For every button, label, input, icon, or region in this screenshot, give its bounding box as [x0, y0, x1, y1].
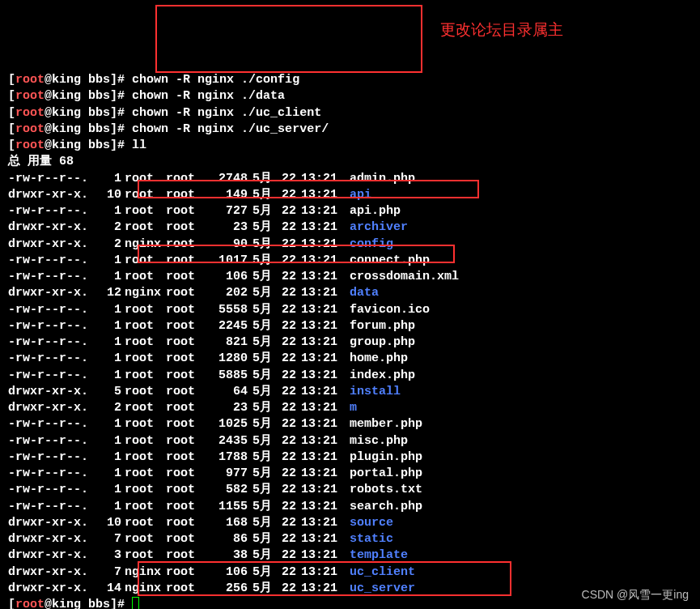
file-links: 1 [97, 482, 121, 498]
file-links: 10 [97, 187, 121, 203]
file-owner: root [121, 449, 166, 466]
file-month: 5月 [248, 499, 275, 515]
file-name: data [346, 285, 379, 301]
command-line: [root@king bbs]# chown -R nginx ./config [8, 72, 692, 88]
file-links: 1 [97, 334, 121, 351]
file-row: -rw-r--r--.1rootroot58855月2213:21index.p… [8, 368, 692, 384]
file-day: 22 [275, 433, 301, 449]
file-links: 1 [97, 449, 121, 466]
file-perm: -rw-r--r--. [8, 466, 97, 482]
file-group: root [166, 531, 210, 547]
file-month: 5月 [248, 384, 275, 400]
file-size: 5558 [210, 302, 248, 318]
file-owner: root [121, 515, 166, 531]
file-month: 5月 [248, 318, 275, 334]
file-size: 1788 [210, 449, 248, 466]
file-group: root [166, 515, 210, 531]
file-month: 5月 [248, 368, 275, 384]
file-size: 86 [210, 531, 248, 547]
file-time: 13:21 [301, 351, 346, 367]
file-day: 22 [275, 285, 301, 301]
file-time: 13:21 [301, 466, 346, 482]
file-day: 22 [275, 400, 301, 416]
highlight-box-commands [155, 5, 422, 73]
file-size: 168 [210, 515, 248, 531]
file-month: 5月 [248, 400, 275, 416]
file-owner: root [121, 400, 166, 416]
file-time: 13:21 [301, 416, 346, 432]
file-day: 22 [275, 499, 301, 515]
file-name: group.php [346, 334, 415, 351]
file-day: 22 [275, 302, 301, 318]
file-perm: -rw-r--r--. [8, 351, 97, 367]
file-size: 1155 [210, 499, 248, 515]
file-size: 582 [210, 482, 248, 498]
file-day: 22 [275, 318, 301, 334]
file-month: 5月 [248, 285, 275, 301]
file-size: 64 [210, 384, 248, 400]
file-name: archiver [346, 219, 408, 236]
file-month: 5月 [248, 351, 275, 367]
file-time: 13:21 [301, 269, 346, 285]
file-group: root [166, 269, 210, 285]
file-name: member.php [346, 416, 422, 432]
file-row: drwxr-xr-x.2rootroot235月2213:21archiver [8, 219, 692, 236]
file-time: 13:21 [301, 433, 346, 449]
file-row: drwxr-xr-x.2rootroot235月2213:21m [8, 400, 692, 416]
file-time: 13:21 [301, 531, 346, 547]
file-month: 5月 [248, 416, 275, 432]
file-row: -rw-r--r--.1rootroot24355月2213:21misc.ph… [8, 433, 692, 449]
file-owner: root [121, 351, 166, 367]
file-links: 2 [97, 236, 121, 253]
file-time: 13:21 [301, 515, 346, 531]
file-size: 1280 [210, 351, 248, 367]
file-name: install [346, 384, 401, 400]
file-perm: drwxr-xr-x. [8, 236, 97, 253]
file-name: plugin.php [346, 449, 422, 466]
file-perm: -rw-r--r--. [8, 499, 97, 515]
file-links: 1 [97, 318, 121, 334]
file-size: 202 [210, 285, 248, 301]
file-links: 1 [97, 351, 121, 367]
file-owner: root [121, 368, 166, 384]
terminal-output: [root@king bbs]# chown -R nginx ./config… [8, 72, 692, 609]
file-day: 22 [275, 482, 301, 498]
file-month: 5月 [248, 433, 275, 449]
file-month: 5月 [248, 531, 275, 547]
file-perm: -rw-r--r--. [8, 302, 97, 318]
file-links: 12 [97, 285, 121, 301]
file-perm: drwxr-xr-x. [8, 187, 97, 203]
file-day: 22 [275, 466, 301, 482]
file-time: 13:21 [301, 384, 346, 400]
file-group: root [166, 219, 210, 236]
file-name: index.php [346, 368, 415, 384]
file-owner: root [121, 203, 166, 219]
file-links: 2 [97, 400, 121, 416]
file-perm: -rw-r--r--. [8, 416, 97, 432]
highlight-box-config [138, 180, 479, 198]
file-day: 22 [275, 416, 301, 432]
file-links: 1 [97, 269, 121, 285]
file-owner: root [121, 499, 166, 515]
file-time: 13:21 [301, 203, 346, 219]
file-perm: drwxr-xr-x. [8, 531, 97, 547]
file-links: 10 [97, 515, 121, 531]
file-owner: root [121, 318, 166, 334]
file-links: 14 [97, 581, 121, 597]
highlight-box-data [138, 245, 455, 263]
file-group: root [166, 203, 210, 219]
file-time: 13:21 [301, 219, 346, 236]
file-perm: drwxr-xr-x. [8, 384, 97, 400]
file-size: 821 [210, 334, 248, 351]
file-row: -rw-r--r--.1rootroot22455月2213:21forum.p… [8, 318, 692, 334]
file-owner: root [121, 433, 166, 449]
file-time: 13:21 [301, 368, 346, 384]
file-group: root [166, 482, 210, 498]
file-size: 106 [210, 269, 248, 285]
command-line: [root@king bbs]# chown -R nginx ./uc_ser… [8, 121, 692, 138]
file-row: -rw-r--r--.1rootroot7275月2213:21api.php [8, 203, 692, 219]
file-name: static [346, 531, 393, 547]
file-group: root [166, 368, 210, 384]
file-owner: root [121, 219, 166, 236]
command-text: chown -R nginx ./config [132, 73, 299, 87]
